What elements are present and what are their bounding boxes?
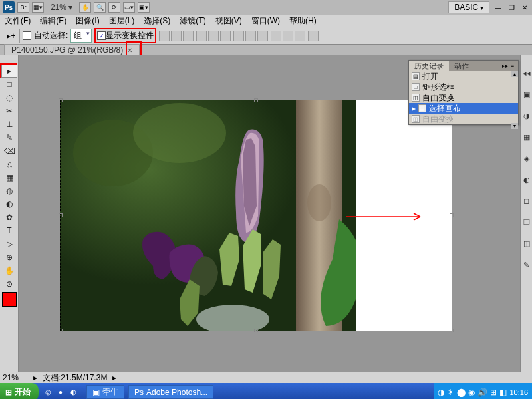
handle-mid-left[interactable] [59,213,63,217]
hand-tool-icon[interactable]: ✋ [79,2,91,13]
windows-taskbar: ⊞ 开始 ◎ ● ◐ ▣牵牛 PsAdobe Photosh... ◑ ☀ ⬤ … [0,383,532,399]
bridge-icon[interactable]: Br [17,2,29,13]
document-tabbar: P1400150.JPG @ 21%(RGB/8) ✕ [0,45,532,55]
path-tool[interactable]: ▷ [1,237,17,251]
autoselect-dropdown[interactable]: 组 [70,29,92,43]
workspace-dropdown[interactable]: BASIC ▾ [448,1,489,13]
status-docsize[interactable]: 文档:21.5M/17.3M [37,372,112,384]
actions-tab[interactable]: 动作 [449,61,474,72]
hand-tool[interactable]: ✋ [1,264,17,277]
history-item[interactable]: ◫自由变换 [409,92,518,103]
gradient-tool[interactable]: ◍ [1,184,17,198]
layout-menu-icon[interactable]: ▦▾ [32,2,44,13]
doc-icon: ▤ [412,72,420,80]
brush-tool[interactable]: ✎ [1,131,17,144]
start-button[interactable]: ⊞ 开始 [0,383,39,399]
taskbar-app-2[interactable]: PsAdobe Photosh... [128,385,213,399]
handle-bot-left[interactable] [59,329,63,332]
ps-icon: Ps [134,388,144,397]
menu-image[interactable]: 图像(I) [71,15,104,27]
clock[interactable]: 10:16 [509,388,528,396]
close-button[interactable]: ✕ [520,3,529,12]
type-tool[interactable]: T [1,224,17,237]
history-item[interactable]: □矩形选框 [409,82,518,92]
handle-mid-right[interactable] [450,213,454,217]
rotate-view-icon[interactable]: ⟳ [108,2,120,13]
transform-option-highlight: ✓ 显示变换控件 [94,28,156,43]
adjustments-panel-icon[interactable]: ◐ [522,175,531,184]
menu-filter[interactable]: 滤镜(T) [175,15,210,27]
move-tool[interactable]: ▸ [1,65,17,78]
history-item-dimmed[interactable]: ◫自由变换 [409,114,518,124]
lasso-tool[interactable]: ◌ [1,91,17,104]
menu-file[interactable]: 文件(F) [0,15,35,27]
ql-icon-3[interactable]: ◐ [68,387,78,398]
menu-view[interactable]: 视图(V) [211,15,247,27]
menu-edit[interactable]: 编辑(E) [35,15,71,27]
handle-bot-mid[interactable] [254,329,258,332]
color-panel-icon[interactable]: ◑ [522,111,531,120]
screen-mode-icon[interactable]: ▣▾ [138,2,150,13]
stamp-tool[interactable]: ⌫ [1,144,17,158]
history-brush-tool[interactable]: ⎌ [1,158,17,171]
channels-panel-icon[interactable]: ◫ [522,239,531,248]
transform-checkbox[interactable]: ✓ [97,31,106,40]
ql-icon-2[interactable]: ● [55,387,66,398]
menu-select[interactable]: 选择(S) [139,15,175,27]
panel-menu-icon[interactable]: ▸▸ ≡ [498,63,518,69]
history-item-selected[interactable]: ▸▤选择画布 [409,103,518,114]
tray-icon[interactable]: ☀ [447,388,454,397]
taskbar-app-1[interactable]: ▣牵牛 [86,385,124,399]
tray-icon[interactable]: ◧ [499,388,507,397]
crop-tool[interactable]: ✂ [1,104,17,118]
eyedropper-tool[interactable]: ⊥ [1,118,17,131]
styles-panel-icon[interactable]: ◈ [522,154,531,163]
menubar: 文件(F) 编辑(E) 图像(I) 图层(L) 选择(S) 滤镜(T) 视图(V… [0,15,532,27]
masks-panel-icon[interactable]: ◻ [522,196,531,205]
tray-icon[interactable]: 🔊 [477,388,487,397]
expand-dock-icon[interactable]: ◂◂ [522,68,531,78]
autoselect-checkbox[interactable] [23,31,31,40]
menu-window[interactable]: 窗口(W) [247,15,285,27]
handle-top-left[interactable] [59,98,63,102]
tab-close-icon[interactable]: ✕ [127,47,132,54]
status-zoom[interactable]: 21% [0,373,33,382]
app-topbar: Ps Br ▦▾ 21% ▾ ✋ 🔍 ⟳ ▭▾ ▣▾ BASIC ▾ — ❐ ✕ [0,0,532,15]
history-item[interactable]: ▤打开 [409,71,518,82]
status-bar: 21% ▸ 文档:21.5M/17.3M ▸ [0,372,532,383]
minimize-button[interactable]: — [493,3,503,12]
zoom-display[interactable]: 21% ▾ [47,3,76,12]
menu-layer[interactable]: 图层(L) [104,15,140,27]
eraser-tool[interactable]: ▦ [1,171,17,184]
ql-icon-1[interactable]: ◎ [43,387,53,398]
zoom-tool[interactable]: ⊙ [1,277,17,291]
zoom-tool-icon[interactable]: 🔍 [94,2,106,13]
shape-tool[interactable]: ⊕ [1,251,17,264]
app-icon: ▣ [92,388,100,397]
restore-button[interactable]: ❐ [507,3,516,12]
history-tab[interactable]: 历史记录 [409,61,449,72]
history-panel: 历史记录 动作 ▸▸ ≡ ▤打开 □矩形选框 ◫自由变换 ▸▤选择画布 ◫自由变… [408,60,519,125]
layers-panel-icon[interactable]: ❐ [522,217,531,227]
document-tab[interactable]: P1400150.JPG @ 21%(RGB/8) ✕ [4,44,140,56]
scroll-up-icon[interactable]: ▴ [511,71,518,77]
blur-tool[interactable]: ◐ [1,198,17,211]
handle-bot-right[interactable] [450,329,454,332]
marquee-tool[interactable]: □ [1,78,17,91]
tray-icon[interactable]: ◑ [438,388,444,397]
ps-icon[interactable]: Ps [3,1,15,13]
scroll-down-icon[interactable]: ▾ [511,123,518,129]
foreground-color-swatch[interactable] [2,292,17,307]
menu-help[interactable]: 帮助(H) [285,15,321,27]
handle-top-mid[interactable] [254,98,258,102]
status-menu-icon[interactable]: ▸ [112,373,116,382]
navigator-panel-icon[interactable]: ▣ [522,90,531,99]
tray-icon[interactable]: ◉ [468,388,475,397]
swatches-panel-icon[interactable]: ▦ [522,132,531,142]
paths-panel-icon[interactable]: ✎ [522,260,531,269]
tray-icon[interactable]: ⊞ [490,388,497,397]
tray-icon[interactable]: ⬤ [457,388,466,397]
arrange-menu-icon[interactable]: ▭▾ [123,2,135,13]
move-tool-preset[interactable]: ▸+ [3,29,20,43]
dodge-tool[interactable]: ✿ [1,211,17,224]
